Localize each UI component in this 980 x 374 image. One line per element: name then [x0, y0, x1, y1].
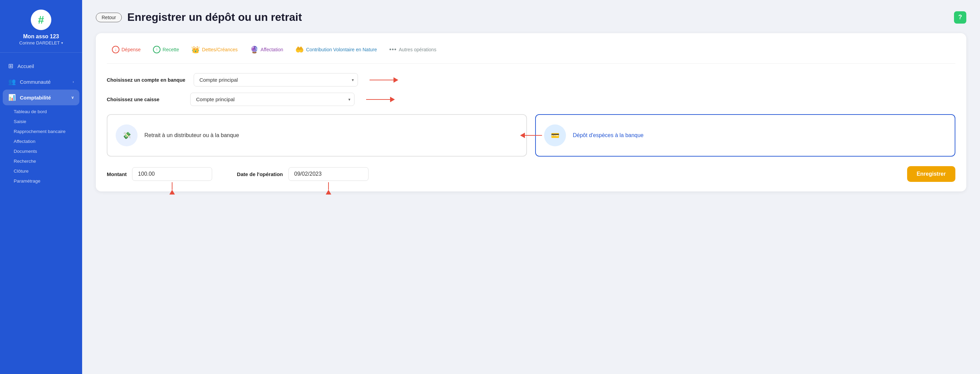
tab-recette[interactable]: ↑ Recette: [148, 43, 184, 56]
tab-depense[interactable]: ↓ Dépense: [107, 43, 146, 56]
tab-autres[interactable]: ••• Autres opérations: [384, 43, 442, 56]
chevron-right-icon: ›: [73, 80, 74, 84]
sidebar-item-label: Communauté: [20, 79, 51, 85]
sidebar-item-tableau[interactable]: Tableau de bord: [8, 107, 82, 117]
sidebar-item-accueil[interactable]: ⊞ Accueil: [0, 58, 82, 74]
logo: #: [31, 10, 51, 30]
tab-contribution[interactable]: 🤲 Contribution Volontaire en Nature: [290, 43, 382, 56]
svg-text:💸: 💸: [123, 131, 131, 139]
sidebar-item-label: Comptabilité: [20, 95, 51, 100]
user-name: Corinne DARDELET: [19, 40, 60, 46]
montant-input[interactable]: [132, 167, 212, 181]
vert-line-2: [328, 182, 329, 190]
depot-label: Dépôt d'espèces à la banque: [573, 132, 644, 138]
sidebar-item-label: Accueil: [18, 63, 34, 69]
tab-dettes[interactable]: 👑 Dettes/Créances: [186, 43, 243, 56]
red-arrowhead-right: [393, 77, 398, 83]
red-arrowhead-left: [520, 133, 525, 138]
sidebar-header: # Mon asso 123 Corinne DARDELET ▾: [0, 0, 82, 53]
enregistrer-button[interactable]: Enregistrer: [907, 166, 955, 182]
tab-recette-label: Recette: [162, 47, 179, 52]
logo-symbol: #: [38, 14, 44, 25]
grid-icon: ⊞: [8, 62, 13, 70]
red-horiz-line: [525, 135, 542, 136]
sidebar-item-cloture[interactable]: Clôture: [8, 166, 82, 176]
arrow-annotation-compte: [369, 77, 398, 83]
main-content: Retour Enregistrer un dépôt ou un retrai…: [82, 0, 980, 374]
arrow-annotation-caisse: [366, 97, 395, 102]
tab-affectation-label: Affectation: [261, 47, 283, 52]
tab-affectation[interactable]: 🔮 Affectation: [245, 43, 288, 56]
sidebar-item-rapprochement[interactable]: Rapprochement bancaire: [8, 127, 82, 136]
tab-contribution-label: Contribution Volontaire en Nature: [306, 47, 377, 52]
depense-icon: ↓: [112, 46, 119, 53]
sidebar-item-comptabilite[interactable]: 📊 Comptabilité ∨: [3, 90, 80, 105]
sidebar-nav: ⊞ Accueil 👥 Communauté › 📊 Comptabilité …: [0, 53, 82, 374]
sidebar-item-affectation[interactable]: Affectation: [8, 136, 82, 146]
sidebar-item-parametrage[interactable]: Paramétrage: [8, 176, 82, 186]
compte-banque-select[interactable]: Compte principal: [194, 73, 358, 87]
op-card-retrait[interactable]: 💸 Retrait à un distributeur ou à la banq…: [107, 114, 527, 157]
red-line-2: [366, 99, 390, 100]
chevron-down-icon: ∨: [71, 95, 74, 100]
compte-banque-label: Choisissez un compte en banque: [107, 77, 185, 83]
date-input[interactable]: [288, 167, 369, 181]
montant-arrow: [169, 182, 175, 195]
op-card-depot[interactable]: 💳 Dépôt d'espèces à la banque: [535, 114, 955, 157]
org-name: Mon asso 123: [23, 33, 59, 40]
user-menu[interactable]: Corinne DARDELET ▾: [19, 40, 63, 46]
chevron-down-icon: ▾: [61, 41, 63, 45]
svg-text:💳: 💳: [551, 131, 560, 139]
users-icon: 👥: [8, 78, 16, 86]
sidebar: # Mon asso 123 Corinne DARDELET ▾ ⊞ Accu…: [0, 0, 82, 374]
sidebar-item-documents[interactable]: Documents: [8, 146, 82, 156]
affectation-icon: 🔮: [250, 46, 259, 54]
retrait-icon: 💸: [116, 124, 138, 146]
caisse-select[interactable]: Compte principal: [190, 93, 355, 106]
chart-icon: 📊: [8, 94, 16, 101]
retrait-label: Retrait à un distributeur ou à la banque: [145, 132, 239, 138]
center-arrow: [520, 133, 542, 138]
red-line: [369, 80, 393, 80]
operation-cards-container: 💸 Retrait à un distributeur ou à la banq…: [107, 114, 955, 157]
sidebar-item-communaute[interactable]: 👥 Communauté ›: [0, 74, 82, 90]
page-header: Retour Enregistrer un dépôt ou un retrai…: [96, 11, 966, 24]
operation-cards: 💸 Retrait à un distributeur ou à la banq…: [107, 114, 955, 157]
main-card: ↓ Dépense ↑ Recette 👑 Dettes/Créances 🔮 …: [96, 33, 966, 192]
caisse-select-wrap: Compte principal ▾: [190, 93, 355, 106]
date-input-wrap: [288, 167, 369, 181]
date-arrow: [326, 182, 331, 195]
date-label: Date de l'opération: [237, 171, 283, 177]
up-arrowhead-2: [326, 190, 331, 195]
up-arrowhead: [169, 190, 175, 195]
sub-nav-comptabilite: Tableau de bord Saisie Rapprochement ban…: [0, 105, 82, 187]
sidebar-item-recherche[interactable]: Recherche: [8, 156, 82, 166]
vert-line: [172, 182, 172, 190]
compte-banque-row: Choisissez un compte en banque Compte pr…: [107, 73, 955, 87]
bottom-form: Montant Date de l'opération: [107, 166, 955, 182]
contribution-icon: 🤲: [295, 46, 304, 54]
caisse-label: Choisissez une caisse: [107, 97, 182, 102]
montant-group: Montant: [107, 167, 212, 181]
help-button[interactable]: ?: [954, 11, 966, 24]
dettes-icon: 👑: [191, 46, 200, 54]
date-group: Date de l'opération: [237, 167, 368, 181]
autres-icon: •••: [390, 46, 397, 53]
montant-label: Montant: [107, 171, 127, 177]
operation-tabs: ↓ Dépense ↑ Recette 👑 Dettes/Créances 🔮 …: [107, 43, 955, 63]
tab-dettes-label: Dettes/Créances: [202, 47, 237, 52]
compte-banque-select-wrap: Compte principal ▾: [194, 73, 358, 87]
caisse-row: Choisissez une caisse Compte principal ▾: [107, 93, 955, 106]
page-title: Enregistrer un dépôt ou un retrait: [127, 11, 302, 24]
tab-autres-label: Autres opérations: [399, 47, 436, 52]
tab-depense-label: Dépense: [121, 47, 141, 52]
montant-input-wrap: [132, 167, 212, 181]
back-button[interactable]: Retour: [96, 13, 122, 22]
depot-icon: 💳: [544, 124, 566, 146]
red-arrowhead-right-2: [390, 97, 395, 102]
recette-icon: ↑: [153, 46, 161, 53]
sidebar-item-saisie[interactable]: Saisie: [8, 117, 82, 127]
